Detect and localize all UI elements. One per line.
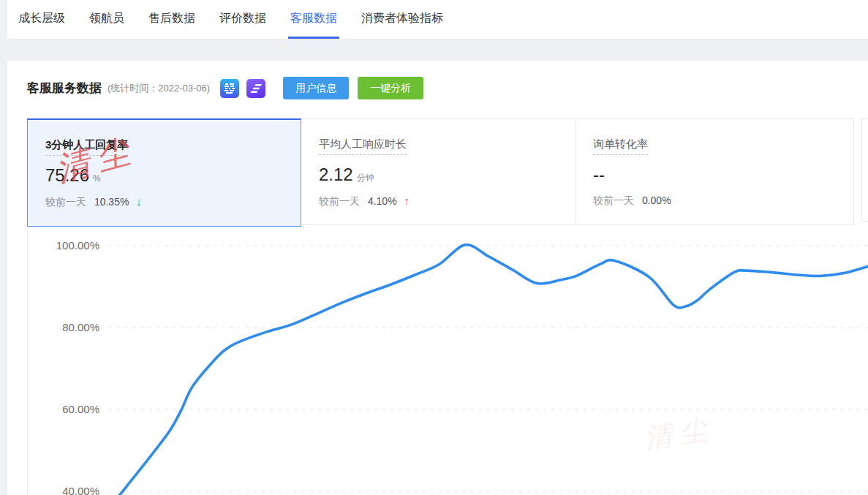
metric-compare-row: 较前一天 10.35% ↓ [45, 195, 301, 209]
metric-value-row: -- [593, 165, 853, 185]
metric-card-avg-response-time[interactable]: 平均人工响应时长 2.12 分钟 较前一天 4.10% ↑ [301, 119, 575, 224]
tab-growth-level[interactable]: 成长层级 [16, 0, 67, 39]
compare-label: 较前一天 [593, 194, 634, 206]
tab-customer-service-data[interactable]: 客服数据 [288, 0, 339, 39]
trend-up-arrow-icon: ↑ [404, 194, 410, 207]
metric-card-cut-off[interactable] [861, 118, 868, 222]
tab-review-data[interactable]: 评价数据 [217, 0, 268, 39]
page-title: 客服服务数据 [27, 80, 102, 97]
metric-compare-row: 较前一天 4.10% ↑ [319, 194, 575, 208]
one-click-analyze-button[interactable]: 一键分析 [358, 77, 423, 99]
compare-value: 4.10% [368, 195, 397, 207]
metric-card-inquiry-conversion-rate[interactable]: 询单转化率 -- 较前一天 0.00% [575, 119, 853, 224]
compare-value: 10.35% [94, 196, 129, 208]
reply-rate-series-line [118, 245, 868, 495]
top-tab-bar: 成长层级 领航员 售后数据 评价数据 客服数据 消费者体验指标 [7, 0, 868, 39]
user-info-button[interactable]: 用户信息 [283, 77, 349, 99]
slanted-layers-icon[interactable] [246, 79, 265, 98]
panel-header: 客服服务数据 (统计时间：2022-03-06) 用户信息 一键分析 [27, 77, 423, 99]
tab-navigator[interactable]: 领航员 [87, 0, 127, 39]
reply-rate-line-chart[interactable]: 100.00% 80.00% 60.00% 40.00% 清尘 [27, 229, 868, 495]
metric-value: 2.12 [319, 165, 353, 185]
trend-down-arrow-icon: ↓ [136, 195, 142, 208]
metric-value-row: 2.12 分钟 [319, 165, 575, 185]
metric-value: 75.26 [45, 165, 89, 186]
metric-unit: % [93, 173, 101, 184]
customer-service-panel: 客服服务数据 (统计时间：2022-03-06) 用户信息 一键分析 [7, 61, 868, 495]
metric-title: 平均人工响应时长 [319, 137, 407, 155]
metric-title: 3分钟人工回复率 [45, 138, 128, 156]
metric-compare-row: 较前一天 0.00% [593, 194, 853, 208]
compare-value: 0.00% [642, 194, 671, 206]
compare-label: 较前一天 [45, 196, 86, 208]
metric-unit: 分钟 [357, 172, 374, 184]
metric-card-3min-reply-rate[interactable]: 3分钟人工回复率 75.26 % 较前一天 10.35% ↓ 清尘 [27, 118, 301, 227]
metric-value-row: 75.26 % [45, 165, 301, 186]
metric-value: -- [593, 165, 605, 185]
metric-cards-row: 3分钟人工回复率 75.26 % 较前一天 10.35% ↓ 清尘 平均人工响应… [27, 118, 854, 225]
metric-title: 询单转化率 [593, 137, 648, 155]
chart-plot-area[interactable] [28, 229, 868, 495]
compare-label: 较前一天 [319, 195, 360, 207]
pixel-grid-icon[interactable] [220, 79, 239, 98]
tab-consumer-experience-index[interactable]: 消费者体验指标 [359, 0, 445, 39]
stat-time-subtitle: (统计时间：2022-03-06) [107, 82, 210, 95]
tab-aftersales-data[interactable]: 售后数据 [146, 0, 197, 39]
